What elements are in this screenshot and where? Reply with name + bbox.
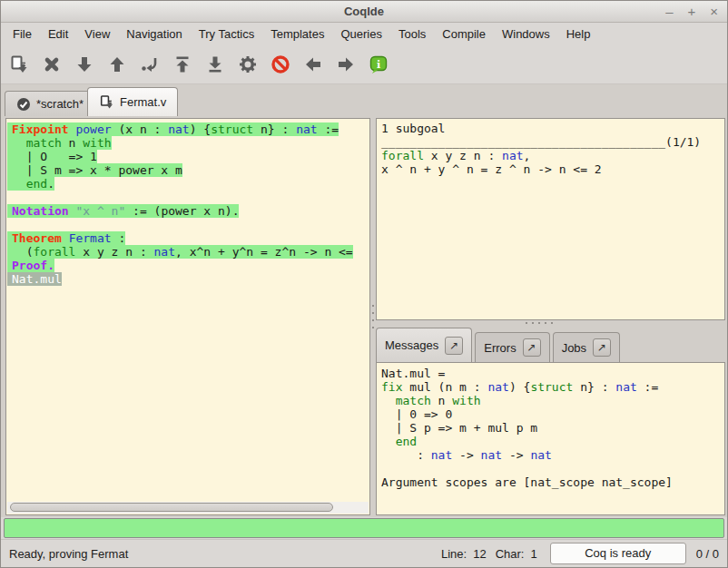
forward-button[interactable] [335, 54, 357, 75]
save-button[interactable] [8, 54, 30, 75]
code-line: | S p => m + mul p m [377, 421, 724, 435]
close-button[interactable] [41, 54, 63, 75]
menu-queries[interactable]: Queries [332, 24, 390, 44]
main-area: Fixpoint power (x n : nat) {struct n} : … [1, 116, 727, 517]
coq-state: Coq is ready [550, 543, 686, 564]
save-icon [99, 94, 114, 110]
tab-scratch[interactable]: *scratch* [5, 91, 95, 116]
step-forward-button[interactable] [74, 54, 95, 75]
script-editor[interactable]: Fixpoint power (x n : nat) {struct n} : … [7, 120, 369, 502]
detach-icon[interactable]: ↗ [523, 338, 541, 357]
menu-file[interactable]: File [5, 24, 40, 44]
step-backward-button[interactable] [106, 54, 128, 75]
tab-messages[interactable]: Messages ↗ [376, 328, 472, 362]
code-line: Nat.mul [7, 272, 369, 286]
status-right: Line: 12 Char: 1 Coq is ready 0 / 0 [441, 543, 719, 564]
window-title: CoqIde [1, 5, 727, 18]
go-to-cursor-button[interactable] [139, 54, 161, 75]
code-line: (forall x y z n : nat, x^n + y^n = z^n -… [7, 245, 369, 259]
message-tabstrip: Messages ↗ Errors ↗ Jobs ↗ [376, 328, 620, 362]
back-button[interactable] [302, 54, 324, 75]
code-line: Fixpoint power (x n : nat) {struct n} : … [7, 122, 369, 136]
svg-text:i: i [377, 58, 380, 70]
code-line [7, 218, 369, 231]
progress-bar [4, 518, 724, 538]
code-line: ________________________________________… [377, 135, 724, 149]
document-tabstrip: *scratch* Fermat.v [1, 84, 727, 116]
arrow-left-icon [303, 54, 323, 74]
goals-panel: 1 subgoal_______________________________… [376, 118, 725, 320]
menu-bar: File Edit View Navigation Try Tactics Te… [1, 24, 727, 44]
code-line: x ^ n + y ^ n = z ^ n -> n <= 2 [377, 162, 724, 176]
editor-horizontal-scrollbar[interactable] [7, 502, 369, 514]
check-icon [16, 97, 31, 112]
code-line: match n with [377, 394, 724, 407]
tab-errors[interactable]: Errors ↗ [475, 332, 549, 362]
gear-icon [238, 54, 258, 74]
char-label: Char: [496, 547, 525, 561]
restart-button[interactable] [172, 54, 193, 75]
tab-fermat[interactable]: Fermat.v [87, 87, 178, 116]
about-button[interactable]: i [368, 54, 389, 75]
coqide-window: CoqIde – + × File Edit View Navigation T… [0, 0, 728, 568]
tab-label: *scratch* [36, 97, 84, 111]
code-line: Notation "x ^ n" := (power x n). [7, 204, 369, 218]
editor-pane: Fixpoint power (x n : nat) {struct n} : … [5, 118, 370, 515]
preferences-button[interactable] [237, 54, 259, 75]
menu-tools[interactable]: Tools [390, 24, 434, 44]
code-line: end. [7, 177, 369, 191]
code-line: Argument scopes are [nat_scope nat_scope… [377, 475, 724, 489]
char-number: 1 [530, 547, 536, 561]
messages-panel: Nat.mul =fix mul (n m : nat) {struct n} … [376, 362, 725, 515]
go-to-end-button[interactable] [204, 54, 226, 75]
toolbar: i [1, 44, 727, 84]
code-line: | O => 1 [7, 150, 369, 163]
stop-sign-icon [271, 54, 290, 74]
code-line: | 0 => 0 [377, 407, 724, 421]
detach-icon[interactable]: ↗ [593, 338, 611, 357]
menu-edit[interactable]: Edit [40, 24, 76, 44]
scrollbar-thumb[interactable] [10, 503, 333, 512]
menu-navigation[interactable]: Navigation [118, 24, 190, 44]
code-line: | S m => x * power x m [7, 163, 369, 177]
info-bubble-icon: i [369, 54, 389, 74]
code-line: end [377, 435, 724, 448]
menu-windows[interactable]: Windows [494, 24, 558, 44]
tab-label: Jobs [562, 341, 586, 355]
code-line: Proof. [7, 259, 369, 272]
detach-icon[interactable]: ↗ [445, 337, 463, 355]
vertical-splitter[interactable] [371, 305, 375, 328]
menu-help[interactable]: Help [558, 24, 599, 44]
close-icon [42, 54, 62, 74]
menu-templates[interactable]: Templates [262, 24, 332, 44]
status-message: Ready, proving Fermat [9, 547, 441, 561]
code-line [377, 462, 724, 475]
status-bar: Ready, proving Fermat Line: 12 Char: 1 C… [1, 539, 727, 567]
close-button[interactable]: × [710, 5, 718, 18]
menu-compile[interactable]: Compile [434, 24, 494, 44]
window-controls: – + × [665, 1, 718, 22]
minimize-button[interactable]: – [665, 5, 673, 18]
tab-jobs[interactable]: Jobs ↗ [553, 332, 620, 362]
arrow-up-bar-icon [172, 54, 192, 74]
tab-label: Messages [385, 338, 438, 352]
code-line: Theorem Fermat : [7, 231, 369, 245]
arrow-right-icon [336, 54, 356, 74]
code-line: fix mul (n m : nat) {struct n} : nat := [377, 380, 724, 394]
goal-counter: 0 / 0 [696, 547, 719, 561]
code-line: forall x y z n : nat, [377, 149, 724, 162]
code-line: 1 subgoal [377, 122, 724, 135]
arrow-down-bar-icon [205, 54, 225, 74]
maximize-button[interactable]: + [687, 5, 695, 18]
menu-view[interactable]: View [76, 24, 118, 44]
menu-try-tactics[interactable]: Try Tactics [191, 24, 262, 44]
title-bar: CoqIde – + × [1, 1, 727, 23]
code-line: match n with [7, 136, 369, 150]
go-to-cursor-icon [140, 54, 160, 74]
code-line: Nat.mul = [377, 367, 724, 380]
line-label: Line: [441, 547, 467, 561]
horizontal-splitter[interactable] [526, 321, 553, 325]
interrupt-button[interactable] [270, 54, 291, 75]
tab-label: Errors [484, 341, 516, 355]
line-number: 12 [473, 547, 486, 561]
